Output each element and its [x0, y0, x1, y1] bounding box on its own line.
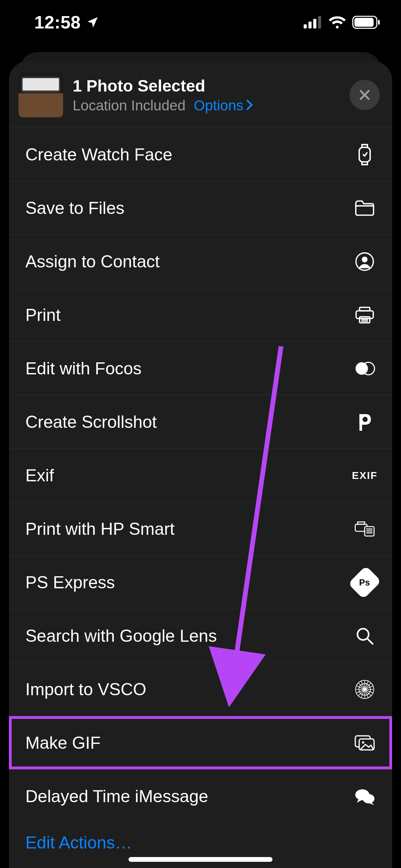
action-label: Print [25, 305, 61, 325]
action-label: Make GIF [25, 733, 100, 753]
action-delayed-imessage[interactable]: Delayed Time iMessage [9, 770, 392, 823]
cellular-signal-icon [304, 16, 322, 28]
action-import-vsco[interactable]: Import to VSCO [9, 663, 392, 716]
status-bar: 12:58 [0, 0, 401, 45]
action-ps-express[interactable]: PS Express Ps [9, 556, 392, 609]
action-label: Import to VSCO [25, 679, 146, 699]
location-icon [86, 15, 99, 29]
action-label: Create Watch Face [25, 145, 172, 165]
header-subtitle-row: Location Included Options [73, 97, 340, 114]
search-icon [354, 625, 376, 647]
svg-point-39 [362, 741, 364, 744]
vsco-icon [354, 678, 376, 700]
action-label: Save to Files [25, 198, 124, 218]
action-label: Search with Google Lens [25, 626, 217, 646]
svg-point-41 [363, 794, 374, 803]
svg-rect-6 [378, 20, 380, 25]
action-label: Assign to Contact [25, 252, 160, 272]
header-title: 1 Photo Selected [73, 76, 340, 95]
svg-rect-5 [354, 18, 374, 27]
svg-rect-20 [357, 522, 365, 524]
action-print[interactable]: Print [9, 288, 392, 342]
action-print-hp-smart[interactable]: Print with HP Smart [9, 502, 392, 556]
screen: 12:58 [0, 0, 401, 868]
focos-icon [354, 358, 376, 379]
svg-rect-2 [313, 19, 316, 28]
action-make-gif[interactable]: Make GIF [9, 716, 392, 770]
svg-line-26 [367, 639, 373, 644]
svg-point-18 [363, 417, 368, 422]
chat-icon [354, 785, 376, 807]
sheet-header: 1 Photo Selected Location Included Optio… [9, 61, 392, 128]
close-button[interactable] [350, 80, 380, 110]
chevron-right-icon [245, 97, 254, 114]
home-indicator[interactable] [129, 857, 272, 862]
action-assign-to-contact[interactable]: Assign to Contact [9, 235, 392, 288]
watch-icon [354, 144, 376, 166]
hp-print-icon [354, 518, 376, 540]
edit-actions-button[interactable]: Edit Actions… [25, 833, 132, 852]
exif-icon: EXIF [354, 465, 376, 486]
printer-icon [354, 304, 376, 326]
action-label: Edit with Focos [25, 359, 142, 378]
location-included-label: Location Included [73, 97, 185, 114]
svg-rect-7 [359, 147, 370, 162]
battery-icon [352, 16, 380, 29]
ps-express-icon: Ps [354, 571, 376, 593]
svg-rect-3 [318, 16, 321, 28]
wifi-icon [328, 16, 346, 29]
svg-rect-0 [304, 24, 307, 28]
gallery-icon [354, 732, 376, 754]
actions-list: Create Watch Face Save to Files [9, 128, 392, 868]
folder-icon [354, 197, 376, 219]
action-label: Create Scrollshot [25, 412, 157, 432]
action-label: Print with HP Smart [25, 519, 174, 539]
action-label: PS Express [25, 572, 115, 592]
options-button[interactable]: Options [194, 97, 254, 114]
action-edit-with-focos[interactable]: Edit with Focos [9, 342, 392, 395]
status-time-group: 12:58 [34, 12, 99, 33]
options-label: Options [194, 97, 243, 114]
action-label: Exif [25, 466, 54, 485]
action-create-watch-face[interactable]: Create Watch Face [9, 128, 392, 181]
photo-thumbnail[interactable] [19, 73, 63, 117]
p-logo-icon [354, 411, 376, 433]
status-time: 12:58 [34, 12, 81, 33]
svg-point-10 [362, 256, 368, 262]
share-sheet: 1 Photo Selected Location Included Optio… [9, 61, 392, 868]
contact-icon [354, 251, 376, 273]
svg-rect-1 [308, 22, 312, 28]
action-exif[interactable]: Exif EXIF [9, 449, 392, 502]
status-right [304, 16, 380, 29]
action-label: Delayed Time iMessage [25, 786, 208, 806]
action-google-lens[interactable]: Search with Google Lens [9, 609, 392, 663]
action-create-scrollshot[interactable]: Create Scrollshot [9, 395, 392, 449]
action-save-to-files[interactable]: Save to Files [9, 181, 392, 235]
header-text: 1 Photo Selected Location Included Optio… [73, 76, 340, 114]
